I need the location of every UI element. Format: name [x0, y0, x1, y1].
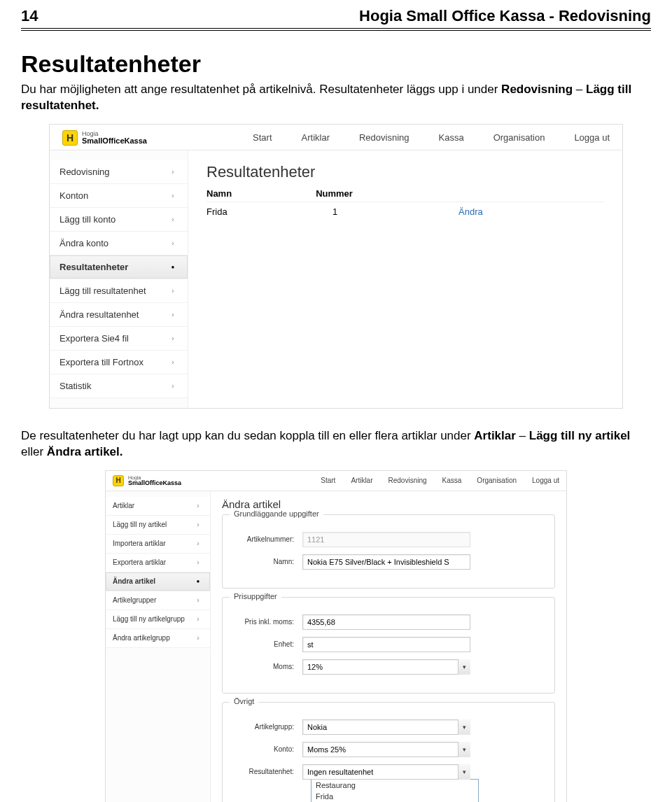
input-namn[interactable]: Nokia E75 Silver/Black + Invisibleshield…: [302, 554, 470, 570]
topnav-organisation[interactable]: Organisation: [493, 132, 545, 143]
topnav-artiklar[interactable]: Artiklar: [351, 477, 372, 484]
sidebar-item-label: Redovisning: [59, 167, 110, 177]
fieldset-ovrigt: Övrigt Artikelgrupp: Nokia ▾ Konto: Moms…: [222, 702, 555, 802]
sidebar-item[interactable]: Redovisning›: [50, 160, 188, 184]
fieldset-prisuppgifter: Prisuppgifter Pris inkl. moms: 4355,68 E…: [222, 597, 555, 694]
select-moms[interactable]: 12%: [302, 659, 470, 675]
cell-namn: Frida: [206, 206, 248, 217]
sidebar-item[interactable]: Resultatenheter●: [50, 255, 188, 279]
sidebar-item-label: Ändra artikel: [113, 577, 155, 585]
para-1: Du har möjligheten att ange resultatenhe…: [21, 82, 651, 114]
sidebar-item[interactable]: Artikelgrupper›: [106, 591, 210, 610]
topnav-start[interactable]: Start: [253, 132, 272, 143]
sidebar: Artiklar›Lägg till ny artikel›Importera …: [106, 491, 211, 802]
sidebar-item[interactable]: Artiklar›: [106, 497, 210, 516]
topnav-redovisning[interactable]: Redovisning: [359, 132, 410, 143]
select-artikelgrupp[interactable]: Nokia: [302, 719, 470, 735]
label-enhet: Enhet:: [232, 640, 302, 648]
sidebar-item[interactable]: Ändra resultatenhet›: [50, 303, 188, 327]
top-nav: Start Artiklar Redovisning Kassa Organis…: [321, 477, 559, 484]
sidebar-item-label: Resultatenheter: [59, 262, 128, 272]
para-1-sep: –: [573, 83, 586, 96]
screenshot-resultatenheter: H Hogia SmallOfficeKassa Start Artiklar …: [49, 124, 623, 409]
app-header: H Hogia SmallOfficeKassa Start Artiklar …: [50, 125, 622, 150]
logo-line2: SmallOfficeKassa: [128, 480, 181, 486]
sidebar-item[interactable]: Statistik›: [50, 374, 188, 398]
sidebar-item[interactable]: Ändra artikel●: [106, 572, 210, 591]
dropdown-resultatenhet[interactable]: RestaurangFridaBabarTeknikmagasinetIngen…: [311, 779, 479, 802]
chevron-down-icon[interactable]: ▾: [458, 764, 470, 780]
para-2: De resultatenheter du har lagt upp kan d…: [21, 428, 651, 460]
input-pris[interactable]: 4355,68: [302, 614, 470, 630]
sidebar-item[interactable]: Ändra artikelgrupp›: [106, 629, 210, 648]
sidebar-item[interactable]: Exportera Sie4 fil›: [50, 327, 188, 351]
sidebar-item-label: Konton: [59, 190, 88, 201]
topnav-start[interactable]: Start: [321, 477, 335, 484]
chevron-down-icon[interactable]: ▾: [458, 659, 470, 675]
input-artikelnummer: 1121: [302, 532, 470, 547]
topnav-kassa[interactable]: Kassa: [439, 132, 464, 143]
sidebar-item-label: Importera artiklar: [113, 540, 166, 547]
sidebar-item-label: Statistik: [59, 381, 92, 391]
chevron-right-icon: ›: [168, 190, 178, 200]
dropdown-option[interactable]: Frida: [312, 791, 478, 802]
sidebar-item[interactable]: Lägg till ny artikelgrupp›: [106, 610, 210, 629]
topnav-redovisning[interactable]: Redovisning: [388, 477, 427, 484]
label-moms: Moms:: [232, 663, 302, 670]
sidebar-item-label: Ändra konto: [59, 238, 108, 248]
label-artikelgrupp: Artikelgrupp:: [232, 723, 302, 731]
main-panel: Resultatenheter Namn Nummer Frida 1 Ändr…: [188, 150, 622, 408]
chevron-down-icon[interactable]: ▾: [458, 719, 470, 735]
select-konto[interactable]: Moms 25%: [302, 742, 470, 757]
topnav-loggaut[interactable]: Logga ut: [532, 477, 559, 484]
sidebar-item-label: Lägg till konto: [59, 214, 115, 225]
app-logo: H Hogia SmallOfficeKassa: [62, 130, 147, 146]
para-2-bold-2: Lägg till ny artikel: [529, 429, 631, 442]
table-row: Frida 1 Ändra: [206, 202, 604, 217]
sidebar-item-label: Ändra resultatenhet: [59, 309, 139, 320]
sidebar-item-label: Artiklar: [113, 502, 134, 509]
logo-icon: H: [62, 130, 78, 146]
select-resultatenhet[interactable]: Ingen resultatenhet: [302, 764, 470, 780]
label-namn: Namn:: [232, 558, 302, 565]
chevron-right-icon: ›: [193, 520, 203, 530]
sidebar-item[interactable]: Konton›: [50, 184, 188, 208]
section-title: Resultatenheter: [21, 50, 651, 78]
input-enhet[interactable]: st: [302, 637, 470, 652]
topnav-kassa[interactable]: Kassa: [442, 477, 462, 484]
topnav-loggaut[interactable]: Logga ut: [574, 132, 610, 143]
chevron-right-icon: ›: [168, 238, 178, 248]
app-logo: H Hogia SmallOfficeKassa: [113, 475, 181, 486]
sidebar-item-label: Artikelgrupper: [113, 596, 156, 604]
para-2-sep2: eller: [21, 445, 47, 458]
legend-prisuppgifter: Prisuppgifter: [230, 592, 281, 600]
chevron-right-icon: ›: [168, 357, 178, 367]
para-2-bold-1: Artiklar: [474, 429, 516, 442]
top-nav: Start Artiklar Redovisning Kassa Organis…: [253, 132, 610, 143]
chevron-right-icon: ›: [168, 214, 178, 224]
para-1-bold-1: Redovisning: [501, 83, 573, 96]
topnav-artiklar[interactable]: Artiklar: [302, 132, 330, 143]
sidebar-item[interactable]: Exportera till Fortnox›: [50, 351, 188, 374]
row-action-andra[interactable]: Ändra: [458, 206, 483, 217]
logo-icon: H: [113, 475, 124, 486]
page-number: 14: [21, 7, 38, 25]
topnav-organisation[interactable]: Organisation: [477, 477, 517, 484]
para-2-text: De resultatenheter du har lagt upp kan d…: [21, 429, 474, 442]
chevron-right-icon: ›: [168, 333, 178, 343]
chevron-right-icon: ›: [193, 614, 203, 624]
dropdown-option[interactable]: Restaurang: [312, 780, 478, 791]
sidebar-item[interactable]: Importera artiklar›: [106, 535, 210, 554]
th-nummer: Nummer: [316, 188, 353, 199]
chevron-right-icon: ›: [193, 596, 203, 605]
sidebar-item[interactable]: Lägg till resultatenhet›: [50, 279, 188, 303]
sidebar-item-label: Exportera till Fortnox: [59, 357, 144, 367]
chevron-down-icon[interactable]: ▾: [458, 742, 470, 757]
sidebar: Redovisning›Konton›Lägg till konto›Ändra…: [50, 150, 188, 408]
sidebar-item[interactable]: Exportera artiklar›: [106, 554, 210, 572]
cell-nummer: 1: [332, 206, 374, 217]
label-konto: Konto:: [232, 745, 302, 753]
sidebar-item[interactable]: Ändra konto›: [50, 232, 188, 255]
sidebar-item[interactable]: Lägg till konto›: [50, 208, 188, 232]
sidebar-item[interactable]: Lägg till ny artikel›: [106, 516, 210, 535]
